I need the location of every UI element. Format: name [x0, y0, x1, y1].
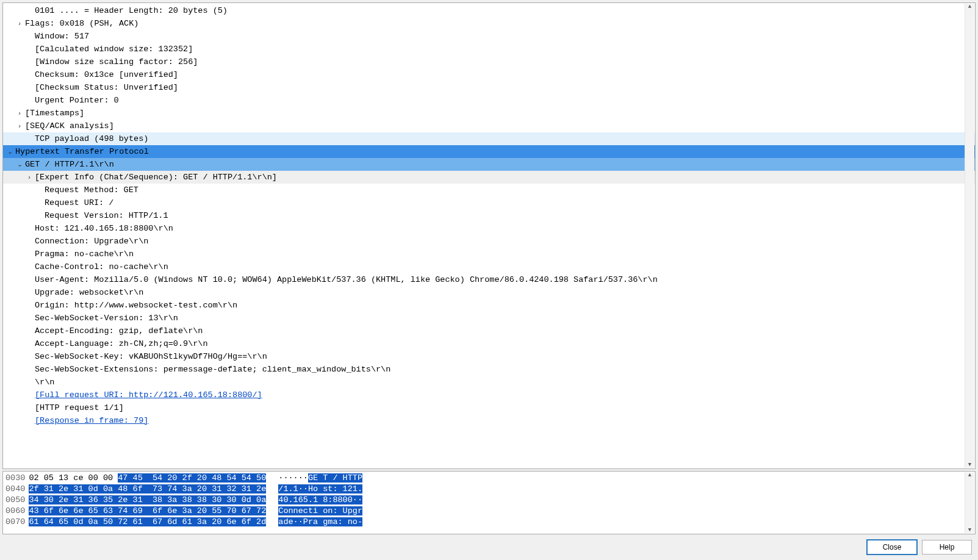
tree-item-label: Host: 121.40.165.18:8800\r\n: [34, 223, 173, 234]
scroll-up-icon[interactable]: ▲: [968, 472, 971, 478]
disclosure-icon[interactable]: ⌄: [15, 159, 24, 170]
scroll-down-icon[interactable]: ▼: [968, 462, 971, 468]
response-in-frame[interactable]: ·[Response in frame: 79]: [3, 414, 975, 427]
hex-bytes: 2f 31 2e 31 0d 0a 48 6f 73 74 3a 20 31 3…: [29, 484, 266, 494]
tree-item-label: [Checksum Status: Unverified]: [34, 82, 178, 93]
hex-row[interactable]: 003002 05 13 ce 00 00 47 45 54 20 2f 20 …: [3, 473, 975, 484]
hex-offset: 0030: [5, 473, 25, 483]
http-header-line[interactable]: ·Connection: Upgrade\r\n: [3, 235, 975, 248]
tree-item-label: Upgrade: websocket\r\n: [34, 287, 143, 298]
scroll-down-icon[interactable]: ▼: [968, 527, 971, 533]
hex-bytes: 61 64 65 0d 0a 50 72 61 67 6d 61 3a 20 6…: [29, 517, 266, 526]
http-header-line[interactable]: ·\r\n: [3, 376, 975, 389]
hex-row[interactable]: 00402f 31 2e 31 0d 0a 48 6f 73 74 3a 20 …: [3, 484, 975, 495]
protocol-header-http[interactable]: ⌄Hypertext Transfer Protocol: [3, 145, 975, 158]
tree-item-label: GET / HTTP/1.1\r\n: [24, 159, 114, 170]
http-header-line[interactable]: ·Sec-WebSocket-Extensions: permessage-de…: [3, 363, 975, 376]
tcp-field[interactable]: ›[SEQ/ACK analysis]: [3, 120, 975, 132]
tree-item-label: [Expert Info (Chat/Sequence): GET / HTTP…: [34, 171, 277, 183]
tcp-field[interactable]: ·Checksum: 0x13ce [unverified]: [3, 68, 975, 81]
tcp-field[interactable]: ·Window: 517: [3, 30, 975, 43]
tree-item-label: Sec-WebSocket-Extensions: permessage-def…: [34, 364, 390, 375]
expert-info[interactable]: ›[Expert Info (Chat/Sequence): GET / HTT…: [3, 171, 975, 184]
tree-item-label: Urgent Pointer: 0: [34, 95, 119, 106]
tree-item-label: 0101 .... = Header Length: 20 bytes (5): [34, 5, 228, 16]
tcp-field[interactable]: ·TCP payload (498 bytes): [3, 132, 975, 145]
help-button[interactable]: Help: [922, 540, 972, 555]
disclosure-icon[interactable]: ›: [15, 107, 24, 119]
tree-item-label: Hypertext Transfer Protocol: [14, 146, 149, 157]
tree-item-label: Accept-Language: zh-CN,zh;q=0.9\r\n: [34, 338, 208, 350]
tree-item-label: Accept-Encoding: gzip, deflate\r\n: [34, 325, 203, 337]
http-header-line[interactable]: ·User-Agent: Mozilla/5.0 (Windows NT 10.…: [3, 273, 975, 286]
tree-item-label: Flags: 0x018 (PSH, ACK): [24, 18, 138, 29]
tcp-field[interactable]: ·0101 .... = Header Length: 20 bytes (5): [3, 4, 975, 17]
bytes-scrollbar[interactable]: ▲ ▼: [965, 472, 974, 533]
tcp-field[interactable]: ·[Calculated window size: 132352]: [3, 43, 975, 56]
packet-details-panel[interactable]: ·0101 .... = Header Length: 20 bytes (5)…: [2, 2, 976, 469]
hex-row[interactable]: 006043 6f 6e 6e 65 63 74 69 6f 6e 3a 20 …: [3, 506, 975, 517]
tree-item-label: [SEQ/ACK analysis]: [24, 120, 114, 132]
http-request-field[interactable]: ·Request Version: HTTP/1.1: [3, 209, 975, 222]
tcp-field[interactable]: ·[Checksum Status: Unverified]: [3, 81, 975, 94]
hex-bytes: 02 05 13 ce 00 00 47 45 54 20 2f 20 48 5…: [29, 473, 266, 483]
http-request-count[interactable]: ·[HTTP request 1/1]: [3, 401, 975, 414]
http-request-field[interactable]: ·Request URI: /: [3, 196, 975, 209]
tree-item-label: Pragma: no-cache\r\n: [34, 248, 134, 260]
ascii-bytes: Connecti on: Upgr: [278, 506, 362, 515]
tree-item-label: TCP payload (498 bytes): [34, 133, 148, 145]
tree-item-label: [Timestamps]: [24, 107, 84, 119]
http-header-line[interactable]: ·Accept-Encoding: gzip, deflate\r\n: [3, 325, 975, 337]
tcp-field[interactable]: ›Flags: 0x018 (PSH, ACK): [3, 17, 975, 30]
tree-item-label: Sec-WebSocket-Version: 13\r\n: [34, 312, 178, 324]
http-header-line[interactable]: ·Host: 121.40.165.18:8800\r\n: [3, 222, 975, 235]
tree-item-label: Sec-WebSocket-Key: vKABUOhStlkywDf7HOg/H…: [34, 351, 267, 362]
details-scrollbar[interactable]: ▲ ▼: [965, 4, 974, 468]
tree-item-label: Request Version: HTTP/1.1: [43, 210, 168, 221]
http-header-line[interactable]: ·Sec-WebSocket-Version: 13\r\n: [3, 312, 975, 325]
hex-offset: 0040: [5, 484, 25, 494]
tree-item-label: [Response in frame: 79]: [34, 415, 148, 426]
http-header-line[interactable]: ·Origin: http://www.websocket-test.com\r…: [3, 299, 975, 312]
tree-item-label: Request Method: GET: [43, 184, 138, 196]
hex-bytes: 34 30 2e 31 36 35 2e 31 38 3a 38 38 30 3…: [29, 495, 266, 504]
ascii-bytes: /1.1··Ho st: 121.: [278, 484, 362, 494]
disclosure-icon[interactable]: ⌄: [5, 146, 14, 157]
http-header-line[interactable]: ·Accept-Language: zh-CN,zh;q=0.9\r\n: [3, 337, 975, 350]
tcp-field[interactable]: ·Urgent Pointer: 0: [3, 94, 975, 107]
tree-item-label: [Calculated window size: 132352]: [34, 43, 193, 55]
http-request-line[interactable]: ⌄GET / HTTP/1.1\r\n: [3, 158, 975, 171]
hex-offset: 0050: [5, 495, 25, 504]
http-header-line[interactable]: ·Sec-WebSocket-Key: vKABUOhStlkywDf7HOg/…: [3, 350, 975, 363]
http-header-line[interactable]: ·Upgrade: websocket\r\n: [3, 286, 975, 299]
tcp-field[interactable]: ›[Timestamps]: [3, 107, 975, 120]
tree-item-label: User-Agent: Mozilla/5.0 (Windows NT 10.0…: [34, 274, 658, 285]
tree-item-label: [Full request URI: http://121.40.165.18:…: [34, 389, 262, 401]
tree-item-label: Window: 517: [34, 31, 89, 42]
ascii-bytes: ade··Pra gma: no-: [278, 517, 362, 526]
tree-item-label: Request URI: /: [43, 197, 113, 209]
tree-item-label: \r\n: [34, 376, 54, 388]
tree-item-label: Connection: Upgrade\r\n: [34, 235, 148, 247]
http-header-line[interactable]: ·Cache-Control: no-cache\r\n: [3, 260, 975, 273]
ascii-bytes: ······GE T / HTTP: [278, 473, 362, 483]
scroll-up-icon[interactable]: ▲: [968, 4, 971, 10]
dialog-button-bar: Close Help: [2, 534, 976, 558]
disclosure-icon[interactable]: ›: [15, 18, 24, 29]
tree-item-label: [Window size scaling factor: 256]: [34, 56, 198, 68]
http-request-field[interactable]: ·Request Method: GET: [3, 184, 975, 196]
packet-bytes-panel[interactable]: 003002 05 13 ce 00 00 47 45 54 20 2f 20 …: [2, 471, 976, 534]
disclosure-icon[interactable]: ›: [15, 120, 24, 132]
tcp-field[interactable]: ·[Window size scaling factor: 256]: [3, 56, 975, 68]
full-request-uri[interactable]: ·[Full request URI: http://121.40.165.18…: [3, 389, 975, 401]
hex-bytes: 43 6f 6e 6e 65 63 74 69 6f 6e 3a 20 55 7…: [29, 506, 266, 515]
http-header-line[interactable]: ·Pragma: no-cache\r\n: [3, 248, 975, 260]
disclosure-icon[interactable]: ›: [25, 171, 34, 183]
tree-item-label: Cache-Control: no-cache\r\n: [34, 261, 168, 273]
hex-row[interactable]: 007061 64 65 0d 0a 50 72 61 67 6d 61 3a …: [3, 517, 975, 528]
ascii-bytes: 40.165.1 8:8800··: [278, 495, 362, 504]
hex-offset: 0070: [5, 517, 25, 526]
hex-row[interactable]: 005034 30 2e 31 36 35 2e 31 38 3a 38 38 …: [3, 495, 975, 506]
tree-item-label: Checksum: 0x13ce [unverified]: [34, 69, 178, 81]
close-button[interactable]: Close: [867, 540, 917, 555]
